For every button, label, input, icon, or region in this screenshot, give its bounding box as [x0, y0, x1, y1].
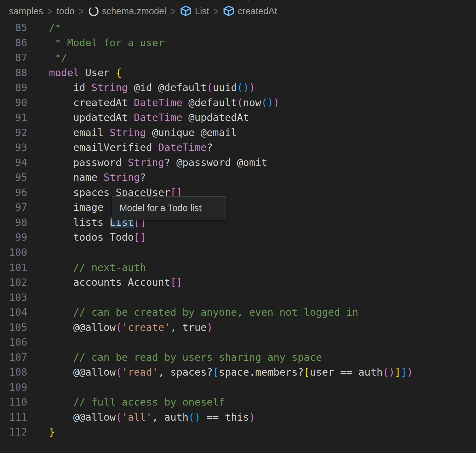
token: todos Todo: [49, 231, 134, 243]
code-text[interactable]: /*: [49, 20, 61, 35]
code-text[interactable]: // next-auth: [49, 260, 146, 275]
code-line-99[interactable]: 99 todos Todo[]: [0, 230, 476, 245]
code-line-88[interactable]: 88model User {: [0, 65, 476, 80]
code-line-103[interactable]: 103: [0, 290, 476, 305]
code-line-96[interactable]: 96 spaces SpaceUser[]: [0, 185, 476, 200]
line-number[interactable]: 103: [0, 290, 27, 305]
code-text[interactable]: @@allow('create', true): [49, 320, 213, 335]
code-line-108[interactable]: 108 @@allow('read', spaces?[space.member…: [0, 365, 476, 380]
line-number[interactable]: 110: [0, 395, 27, 410]
code-line-90[interactable]: 90 createdAt DateTime @default(now()): [0, 95, 476, 110]
code-text[interactable]: */: [49, 50, 67, 65]
token: [: [304, 366, 310, 378]
code-line-94[interactable]: 94 password String? @password @omit: [0, 155, 476, 170]
token: @@allow: [49, 366, 116, 378]
code-text[interactable]: name String?: [49, 170, 146, 185]
code-text[interactable]: image: [49, 200, 103, 215]
code-text[interactable]: todos Todo[]: [49, 230, 146, 245]
code-line-100[interactable]: 100: [0, 245, 476, 260]
line-number[interactable]: 111: [0, 410, 27, 425]
code-text[interactable]: password String? @password @omit: [49, 155, 267, 170]
token: // can be created by anyone, even not lo…: [49, 306, 358, 318]
breadcrumb-separator: >: [213, 5, 219, 17]
line-number[interactable]: 112: [0, 425, 27, 440]
line-number[interactable]: 85: [0, 20, 27, 35]
code-line-85[interactable]: 85/*: [0, 20, 476, 35]
code-line-93[interactable]: 93 emailVerified DateTime?: [0, 140, 476, 155]
line-number[interactable]: 101: [0, 260, 27, 275]
code-text[interactable]: createdAt DateTime @default(now()): [49, 95, 279, 110]
code-text[interactable]: email String @unique @email: [49, 125, 237, 140]
line-number[interactable]: 87: [0, 50, 27, 65]
token: ?: [140, 171, 146, 183]
code-text[interactable]: updatedAt DateTime @updatedAt: [49, 110, 249, 125]
token: // can be read by users sharing any spac…: [49, 351, 322, 363]
code-line-91[interactable]: 91 updatedAt DateTime @updatedAt: [0, 110, 476, 125]
line-number[interactable]: 96: [0, 185, 27, 200]
code-line-97[interactable]: 97 image: [0, 200, 476, 215]
code-line-102[interactable]: 102 accounts Account[]: [0, 275, 476, 290]
code-text[interactable]: @@allow('read', spaces?[space.members?[u…: [49, 365, 413, 380]
line-number[interactable]: 102: [0, 275, 27, 290]
code-line-87[interactable]: 87 */: [0, 50, 476, 65]
line-number[interactable]: 89: [0, 80, 27, 95]
line-number[interactable]: 109: [0, 380, 27, 395]
code-line-101[interactable]: 101 // next-auth: [0, 260, 476, 275]
code-line-92[interactable]: 92 email String @unique @email: [0, 125, 476, 140]
code-line-86[interactable]: 86 * Model for a user: [0, 35, 476, 50]
line-number[interactable]: 88: [0, 65, 27, 80]
breadcrumb-item-createdat[interactable]: createdAt: [223, 5, 277, 17]
line-number[interactable]: 92: [0, 125, 27, 140]
code-line-105[interactable]: 105 @@allow('create', true): [0, 320, 476, 335]
code-line-112[interactable]: 112}: [0, 425, 476, 440]
line-number[interactable]: 86: [0, 35, 27, 50]
code-text[interactable]: model User {: [49, 65, 122, 80]
code-line-106[interactable]: 106: [0, 335, 476, 350]
line-number[interactable]: 106: [0, 335, 27, 350]
token: * Model for a user: [49, 37, 164, 49]
indent-guide: [51, 290, 51, 305]
code-line-98[interactable]: 98 lists List[]: [0, 215, 476, 230]
code-line-107[interactable]: 107 // can be read by users sharing any …: [0, 350, 476, 365]
line-number[interactable]: 107: [0, 350, 27, 365]
breadcrumb-item-todo[interactable]: todo: [57, 6, 74, 17]
breadcrumb-item-samples[interactable]: samples: [9, 6, 43, 17]
code-line-104[interactable]: 104 // can be created by anyone, even no…: [0, 305, 476, 320]
code-text[interactable]: }: [49, 425, 55, 440]
breadcrumb-item-schema-zmodel[interactable]: schema.zmodel: [88, 6, 166, 17]
token: == this: [201, 411, 249, 423]
breadcrumb-separator: >: [170, 5, 176, 17]
code-text[interactable]: accounts Account[]: [49, 275, 182, 290]
token: */: [49, 52, 67, 63]
line-number[interactable]: 105: [0, 320, 27, 335]
symbol-cube-wrapper: [223, 5, 235, 17]
line-number[interactable]: 93: [0, 140, 27, 155]
code-line-109[interactable]: 109: [0, 380, 476, 395]
line-number[interactable]: 108: [0, 365, 27, 380]
line-number[interactable]: 90: [0, 95, 27, 110]
code-text[interactable]: // can be read by users sharing any spac…: [49, 350, 322, 365]
breadcrumb-item-list[interactable]: List: [180, 5, 209, 17]
code-line-95[interactable]: 95 name String?: [0, 170, 476, 185]
token: (): [189, 411, 201, 423]
line-number[interactable]: 94: [0, 155, 27, 170]
line-number[interactable]: 97: [0, 200, 27, 215]
token: user == auth: [310, 366, 383, 378]
line-number[interactable]: 98: [0, 215, 27, 230]
code-text[interactable]: id String @id @default(uuid()): [49, 80, 255, 95]
line-number[interactable]: 91: [0, 110, 27, 125]
line-number[interactable]: 104: [0, 305, 27, 320]
code-editor[interactable]: 85/*86 * Model for a user87 */88model Us…: [0, 20, 476, 453]
code-text[interactable]: * Model for a user: [49, 35, 164, 50]
code-text[interactable]: // full access by oneself: [49, 395, 225, 410]
code-line-89[interactable]: 89 id String @id @default(uuid()): [0, 80, 476, 95]
line-number[interactable]: 95: [0, 170, 27, 185]
code-line-111[interactable]: 111 @@allow('all', auth() == this): [0, 410, 476, 425]
line-number[interactable]: 99: [0, 230, 27, 245]
code-text[interactable]: // can be created by anyone, even not lo…: [49, 305, 358, 320]
token: , spaces?: [158, 366, 213, 378]
code-text[interactable]: emailVerified DateTime?: [49, 140, 213, 155]
code-text[interactable]: @@allow('all', auth() == this): [49, 410, 255, 425]
line-number[interactable]: 100: [0, 245, 27, 260]
code-line-110[interactable]: 110 // full access by oneself: [0, 395, 476, 410]
